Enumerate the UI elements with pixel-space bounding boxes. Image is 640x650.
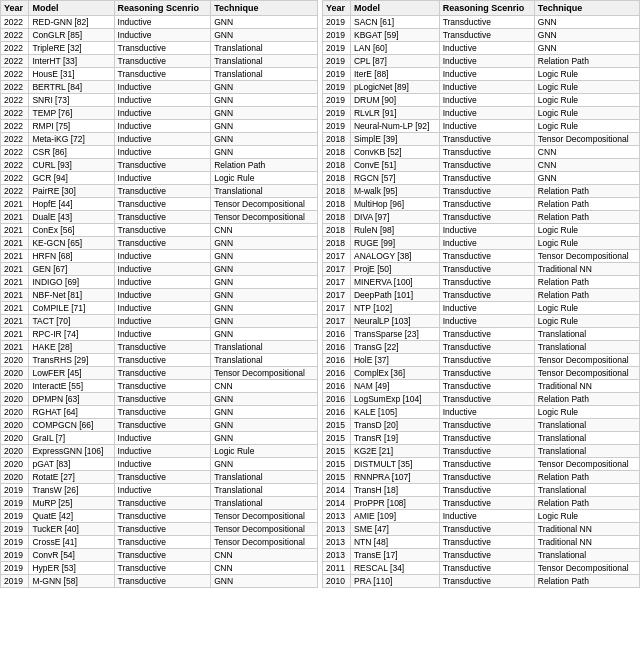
right-cell-13-2: Transductive — [439, 185, 534, 198]
right-cell-20-0: 2017 — [323, 276, 351, 289]
left-header-technique: Technique — [211, 1, 318, 16]
left-cell-32-1: GraIL [7] — [29, 432, 114, 445]
left-cell-8-2: Inductive — [114, 120, 211, 133]
right-cell-23-3: Logic Rule — [534, 315, 639, 328]
left-table-row: 2019M-GNN [58]TransductiveGNN — [1, 575, 318, 588]
right-table-row: 2010PRA [110]TransductiveRelation Path — [323, 575, 640, 588]
left-cell-39-0: 2019 — [1, 523, 29, 536]
left-cell-33-2: Inductive — [114, 445, 211, 458]
right-cell-26-1: HolE [37] — [350, 354, 439, 367]
left-cell-26-0: 2020 — [1, 354, 29, 367]
left-cell-11-2: Transductive — [114, 159, 211, 172]
left-table-row: 2021RPC-IR [74]InductiveGNN — [1, 328, 318, 341]
right-cell-14-0: 2018 — [323, 198, 351, 211]
left-table-row: 2019ConvR [54]TransductiveCNN — [1, 549, 318, 562]
left-cell-37-1: MuRP [25] — [29, 497, 114, 510]
right-cell-23-1: NeuralLP [103] — [350, 315, 439, 328]
right-cell-29-3: Relation Path — [534, 393, 639, 406]
right-cell-43-1: PRA [110] — [350, 575, 439, 588]
left-cell-24-0: 2021 — [1, 328, 29, 341]
right-cell-12-2: Transductive — [439, 172, 534, 185]
right-cell-31-0: 2015 — [323, 419, 351, 432]
right-cell-26-3: Tensor Decompositional — [534, 354, 639, 367]
right-cell-7-1: RLvLR [91] — [350, 107, 439, 120]
right-cell-32-2: Transductive — [439, 432, 534, 445]
left-cell-12-2: Inductive — [114, 172, 211, 185]
right-table-row: 2019CPL [87]InductiveRelation Path — [323, 55, 640, 68]
right-cell-16-1: RuleN [98] — [350, 224, 439, 237]
right-table-row: 2019RLvLR [91]InductiveLogic Rule — [323, 107, 640, 120]
right-cell-14-1: MultiHop [96] — [350, 198, 439, 211]
left-cell-22-2: Inductive — [114, 302, 211, 315]
right-cell-2-1: LAN [60] — [350, 42, 439, 55]
right-table-row: 2016HolE [37]TransductiveTensor Decompos… — [323, 354, 640, 367]
left-cell-2-3: Translational — [211, 42, 318, 55]
right-cell-34-1: DISTMULT [35] — [350, 458, 439, 471]
right-cell-36-1: TransH [18] — [350, 484, 439, 497]
left-cell-13-1: PairRE [30] — [29, 185, 114, 198]
left-cell-43-2: Transductive — [114, 575, 211, 588]
left-table-row: 2021DualE [43]TransductiveTensor Decompo… — [1, 211, 318, 224]
right-cell-39-2: Transductive — [439, 523, 534, 536]
right-table-row: 2015DISTMULT [35]TransductiveTensor Deco… — [323, 458, 640, 471]
right-cell-15-0: 2018 — [323, 211, 351, 224]
left-cell-15-3: Tensor Decompositional — [211, 211, 318, 224]
right-table-row: 2018ConvKB [52]TransductiveCNN — [323, 146, 640, 159]
right-cell-19-1: ProjE [50] — [350, 263, 439, 276]
left-cell-6-2: Inductive — [114, 94, 211, 107]
right-cell-40-1: NTN [48] — [350, 536, 439, 549]
right-cell-29-0: 2016 — [323, 393, 351, 406]
right-cell-4-1: IterE [88] — [350, 68, 439, 81]
right-table-row: 2019IterE [88]InductiveLogic Rule — [323, 68, 640, 81]
right-cell-39-1: SME [47] — [350, 523, 439, 536]
left-table-row: 2021ConEx [56]TransductiveCNN — [1, 224, 318, 237]
right-cell-40-2: Transductive — [439, 536, 534, 549]
left-cell-14-2: Transductive — [114, 198, 211, 211]
left-cell-2-2: Transductive — [114, 42, 211, 55]
left-cell-11-1: CURL [93] — [29, 159, 114, 172]
right-cell-11-0: 2018 — [323, 159, 351, 172]
right-cell-5-3: Logic Rule — [534, 81, 639, 94]
left-cell-35-3: Translational — [211, 471, 318, 484]
right-cell-6-3: Logic Rule — [534, 94, 639, 107]
left-table-row: 2022CSR [86]InductiveGNN — [1, 146, 318, 159]
right-table-row: 2019pLogicNet [89]InductiveLogic Rule — [323, 81, 640, 94]
left-cell-8-1: RMPI [75] — [29, 120, 114, 133]
left-cell-21-2: Inductive — [114, 289, 211, 302]
right-header-technique: Technique — [534, 1, 639, 16]
left-cell-33-3: Logic Rule — [211, 445, 318, 458]
right-cell-23-2: Inductive — [439, 315, 534, 328]
right-cell-31-1: TransD [20] — [350, 419, 439, 432]
right-cell-10-1: ConvKB [52] — [350, 146, 439, 159]
right-cell-21-1: DeepPath [101] — [350, 289, 439, 302]
left-cell-24-1: RPC-IR [74] — [29, 328, 114, 341]
right-cell-36-2: Transductive — [439, 484, 534, 497]
left-cell-4-3: Translational — [211, 68, 318, 81]
right-table-row: 2013AMIE [109]InductiveLogic Rule — [323, 510, 640, 523]
left-cell-29-2: Transductive — [114, 393, 211, 406]
right-cell-15-1: DIVA [97] — [350, 211, 439, 224]
right-cell-41-1: TransE [17] — [350, 549, 439, 562]
right-cell-0-0: 2019 — [323, 16, 351, 29]
left-table-section: Year Model Reasoning Scenrio Technique 2… — [0, 0, 318, 588]
right-cell-20-3: Relation Path — [534, 276, 639, 289]
left-cell-37-3: Translational — [211, 497, 318, 510]
left-table-row: 2022InterHT [33]TransductiveTranslationa… — [1, 55, 318, 68]
left-cell-30-1: RGHAT [64] — [29, 406, 114, 419]
left-cell-24-3: GNN — [211, 328, 318, 341]
left-cell-43-0: 2019 — [1, 575, 29, 588]
left-cell-31-0: 2020 — [1, 419, 29, 432]
left-cell-20-3: GNN — [211, 276, 318, 289]
right-cell-1-2: Transductive — [439, 29, 534, 42]
left-cell-30-0: 2020 — [1, 406, 29, 419]
left-header-year: Year — [1, 1, 29, 16]
right-cell-37-3: Relation Path — [534, 497, 639, 510]
left-cell-4-2: Transductive — [114, 68, 211, 81]
right-cell-0-1: SACN [61] — [350, 16, 439, 29]
right-cell-12-3: GNN — [534, 172, 639, 185]
left-cell-8-3: GNN — [211, 120, 318, 133]
right-table-row: 2017MINERVA [100]TransductiveRelation Pa… — [323, 276, 640, 289]
left-cell-17-0: 2021 — [1, 237, 29, 250]
right-cell-25-3: Translational — [534, 341, 639, 354]
right-cell-22-1: NTP [102] — [350, 302, 439, 315]
